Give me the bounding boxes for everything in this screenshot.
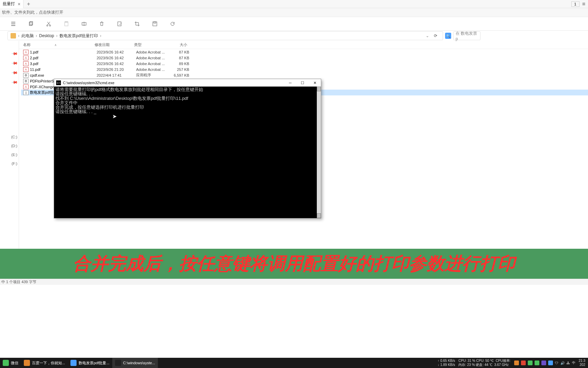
file-date: 2023/9/26 16:42 bbox=[97, 62, 136, 66]
svg-rect-9 bbox=[154, 22, 156, 23]
col-size[interactable]: 大小 bbox=[167, 42, 187, 47]
tray-icon[interactable] bbox=[548, 361, 553, 365]
cmd-scrollbar[interactable] bbox=[317, 87, 321, 218]
crop-icon[interactable] bbox=[134, 21, 140, 27]
mem-stat: 内存: 23 % 硬盘: 44 ℃ bbox=[458, 363, 492, 367]
pin-icon[interactable]: 📌 bbox=[11, 79, 18, 86]
tray-icon[interactable] bbox=[528, 361, 533, 365]
file-date: 2023/9/26 21:20 bbox=[97, 67, 136, 72]
taskbar-item[interactable]: 微信 bbox=[0, 358, 21, 368]
network-icon[interactable]: 🖧 bbox=[567, 361, 570, 365]
taskbar-label: 微信 bbox=[11, 361, 18, 366]
pdf-icon: A bbox=[23, 61, 29, 66]
refresh-icon[interactable]: ⟳ bbox=[431, 33, 440, 38]
address-bar[interactable]: › 此电脑 › Desktop › 数电发票pdf批量打印 › ⌄ ⟳ bbox=[7, 31, 443, 40]
new-tab-button[interactable]: + bbox=[23, 1, 33, 7]
taskbar-item[interactable]: 数电发票pdf批量... bbox=[68, 358, 112, 368]
new-file-icon[interactable] bbox=[116, 21, 122, 27]
cut-icon[interactable] bbox=[46, 21, 52, 27]
taskbar-item[interactable]: C:\windows\syste... bbox=[112, 358, 158, 368]
drive-c[interactable]: (C:) bbox=[11, 135, 17, 139]
volume-icon[interactable]: 🔊 bbox=[560, 361, 565, 365]
quick-access-hint: 软件、文件夹到此，点击快速打开 bbox=[0, 8, 588, 17]
maximize-button[interactable]: ☐ bbox=[296, 79, 309, 87]
list-icon[interactable] bbox=[10, 21, 16, 27]
net-down: ↓ 1.89 KB/s bbox=[438, 363, 455, 367]
taskbar-label: 百度一下，你就知... bbox=[32, 361, 65, 366]
app-icon bbox=[70, 360, 77, 366]
tray-icon[interactable] bbox=[521, 361, 526, 365]
tray-icon[interactable] bbox=[535, 361, 539, 365]
close-button[interactable]: ✕ bbox=[309, 79, 321, 87]
drive-f[interactable]: (F:) bbox=[12, 162, 17, 166]
file-name: 1.pdf bbox=[30, 50, 97, 54]
pin-icon[interactable]: 📌 bbox=[11, 50, 18, 57]
taskbar-item[interactable]: 百度一下，你就知... bbox=[21, 358, 68, 368]
search-button[interactable]: 🔍 bbox=[445, 33, 451, 39]
drive-d[interactable]: (D:) bbox=[11, 144, 17, 148]
cpu-freq-label: CPU频率: bbox=[496, 359, 511, 363]
svg-rect-7 bbox=[118, 22, 121, 26]
cmd-line: 请将需要批量打印的pdf格式数电发票放到批处理相同目录下，按任意键开始 bbox=[55, 87, 320, 92]
crumb-folder[interactable]: 数电发票pdf批量打印 bbox=[60, 33, 98, 39]
dropdown-icon[interactable]: ⌄ bbox=[426, 33, 429, 38]
exe-icon: ⚙ bbox=[23, 79, 29, 83]
file-type: 应用程序 bbox=[136, 73, 169, 78]
drive-e[interactable]: (E:) bbox=[11, 153, 17, 157]
tab-count-badge[interactable]: 1 bbox=[571, 1, 579, 7]
refresh-icon[interactable] bbox=[169, 21, 176, 27]
file-name: 2.pdf bbox=[30, 56, 97, 60]
file-row[interactable]: A1.pdf2023/9/26 16:42Adobe Acrobat ...87… bbox=[21, 49, 588, 55]
tab-active[interactable]: 批量打 × bbox=[0, 0, 23, 8]
clock-time[interactable]: 21:3 bbox=[579, 359, 585, 363]
bat-icon: ▯ bbox=[23, 90, 29, 95]
save-icon[interactable] bbox=[152, 21, 158, 27]
chevron-icon[interactable]: › bbox=[56, 33, 58, 38]
delete-icon[interactable] bbox=[99, 21, 105, 27]
scroll-down-icon[interactable] bbox=[317, 213, 321, 218]
cmd-titlebar[interactable]: C:\ C:\windows\system32\cmd.exe ─ ☐ ✕ bbox=[54, 79, 321, 87]
rename-icon[interactable] bbox=[81, 21, 87, 27]
paste-icon[interactable] bbox=[63, 21, 69, 27]
chevron-icon[interactable]: › bbox=[100, 33, 101, 38]
cmd-window: C:\ C:\windows\system32\cmd.exe ─ ☐ ✕ 请将… bbox=[54, 79, 321, 218]
minimize-button[interactable]: ─ bbox=[284, 79, 296, 87]
crumb-root[interactable]: 此电脑 bbox=[21, 33, 34, 39]
app-icon bbox=[24, 360, 30, 366]
search-input[interactable]: 在 数电发票p bbox=[453, 31, 480, 40]
ime-indicator[interactable]: 中 bbox=[572, 361, 575, 365]
file-row[interactable]: ⚙cpdf.exe2022/4/4 17:41应用程序6,597 KB bbox=[21, 72, 588, 78]
file-date: 2022/4/4 17:41 bbox=[97, 73, 136, 77]
pdf-icon: A bbox=[23, 85, 29, 89]
file-row[interactable]: A3.pdf2023/9/26 16:42Adobe Acrobat ...89… bbox=[21, 61, 588, 66]
tray-icon[interactable] bbox=[541, 361, 546, 365]
freq-stat: 3.67 GHz bbox=[494, 363, 508, 367]
col-date[interactable]: 修改日期 bbox=[95, 42, 134, 47]
col-type[interactable]: 类型 bbox=[134, 42, 167, 47]
copy-icon[interactable] bbox=[28, 21, 34, 27]
chevron-icon[interactable]: › bbox=[18, 33, 19, 38]
sort-icon[interactable]: ∧ bbox=[54, 43, 57, 47]
pin-icon[interactable]: 📌 bbox=[11, 60, 18, 67]
chevron-icon[interactable]: › bbox=[36, 33, 37, 38]
system-stats: ↑ 0.65 KB/s ↓ 1.89 KB/s CPU: 31 % CPU: 5… bbox=[438, 359, 588, 367]
system-tray[interactable]: 🛡 🔊 🖧 中 bbox=[514, 361, 575, 365]
close-icon[interactable]: × bbox=[18, 1, 20, 7]
pin-icon[interactable]: 📌 bbox=[11, 69, 18, 76]
scroll-up-icon[interactable] bbox=[317, 87, 321, 91]
tray-icon[interactable] bbox=[514, 361, 519, 365]
crumb-desktop[interactable]: Desktop bbox=[39, 33, 54, 38]
svg-rect-8 bbox=[153, 22, 157, 26]
file-row[interactable]: A11.pdf2023/9/26 21:20Adobe Acrobat ...2… bbox=[21, 66, 588, 72]
file-size: 87 KB bbox=[169, 56, 189, 60]
menu-icon[interactable]: ≡ bbox=[582, 1, 585, 7]
pdf-icon: A bbox=[23, 56, 29, 60]
cmd-output[interactable]: 请将需要批量打印的pdf格式数电发票放到批处理相同目录下，按任意键开始请按任意键… bbox=[54, 87, 321, 218]
app-icon bbox=[3, 360, 9, 366]
exe-icon: ⚙ bbox=[23, 73, 29, 78]
shield-icon[interactable]: 🛡 bbox=[555, 361, 558, 365]
col-name[interactable]: 名称 bbox=[23, 42, 31, 47]
file-row[interactable]: A2.pdf2023/9/26 16:42Adobe Acrobat ...87… bbox=[21, 55, 588, 61]
clock-date[interactable]: 202 bbox=[579, 363, 585, 367]
tab-bar: 批量打 × + 1 ≡ bbox=[0, 0, 588, 8]
